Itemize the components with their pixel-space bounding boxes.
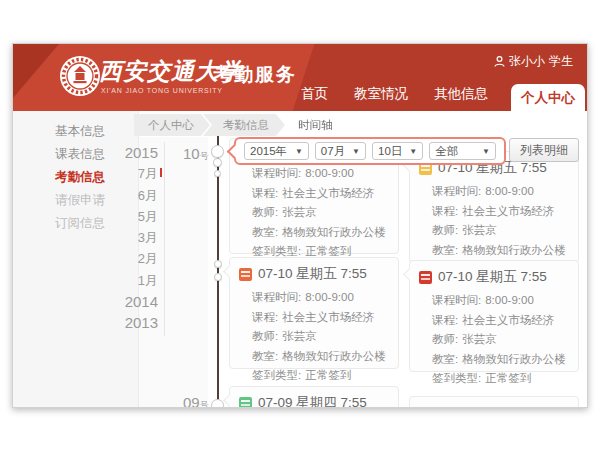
university-logo-icon <box>59 55 101 97</box>
type-select[interactable]: 全部▼ <box>429 142 496 160</box>
attendance-card[interactable]: 07-10 星期五 7:55 课程时间:8:00-9:00 课程:社会主义市场经… <box>229 257 399 369</box>
card-field: 教室:格物致知行政办公楼 <box>252 223 392 243</box>
timeline-node[interactable] <box>213 158 222 167</box>
card-field: 课程时间:8:00-9:00 <box>432 182 572 202</box>
nav-classrooms[interactable]: 教室情况 <box>341 85 421 103</box>
card-field: 课程时间:8:00-9:00 <box>252 164 392 184</box>
breadcrumb-personal-center[interactable]: 个人中心 <box>134 114 210 136</box>
attendance-card[interactable] <box>409 396 579 408</box>
card-field: 课程时间:8:00-9:00 <box>252 288 392 308</box>
card-field: 教室:格物致知行政办公楼 <box>432 241 572 261</box>
axis-month-jul[interactable]: 7月 <box>108 163 158 184</box>
filter-bubble: 2015年▼ 07月▼ 10日▼ 全部▼ <box>234 137 506 165</box>
attendance-card[interactable]: 07-10 星期五 7:55 课程时间:8:00-9:00 课程:社会主义市场经… <box>409 260 579 372</box>
timeline-node[interactable] <box>211 399 224 408</box>
card-date: 07-09 星期四 7:55 <box>258 394 367 408</box>
chevron-down-icon: ▼ <box>352 147 360 156</box>
card-field: 课程:社会主义市场经济 <box>252 308 392 328</box>
user-role: 学生 <box>549 53 573 70</box>
card-field: 教室:格物致知行政办公楼 <box>252 347 392 367</box>
chevron-down-icon: ▼ <box>295 147 303 156</box>
card-field: 教室:格物致知行政办公楼 <box>432 350 572 370</box>
card-field: 教师:张芸京 <box>252 203 392 223</box>
main-nav: 首页 教室情况 其他信息 个人中心 <box>288 84 585 111</box>
user-info[interactable]: 张小小 学生 <box>494 53 573 70</box>
breadcrumb-timeline-active[interactable]: 时间轴 <box>278 114 349 136</box>
nav-personal-center-active[interactable]: 个人中心 <box>511 84 585 111</box>
app-window: 西安交通大学 XI'AN JIAO TONG UNIVERSITY 考勤服务 张… <box>12 43 588 408</box>
axis-year-2013[interactable]: 2013 <box>108 312 158 333</box>
card-field: 课程时间:8:00-9:00 <box>432 291 572 311</box>
card-field: 教师:张芸京 <box>432 330 572 350</box>
user-name: 张小小 <box>509 53 545 70</box>
month-select[interactable]: 07月▼ <box>315 142 366 160</box>
card-field: 教师:张芸京 <box>432 221 572 241</box>
chevron-down-icon: ▼ <box>482 147 490 156</box>
list-detail-button[interactable]: 列表明细 <box>509 138 579 162</box>
person-icon <box>494 56 505 67</box>
card-field: 教师:张芸京 <box>252 327 392 347</box>
service-title: 考勤服务 <box>213 62 297 88</box>
card-field: 签到类型:正常签到 <box>252 366 392 386</box>
axis-month-may[interactable]: 5月 <box>108 206 158 227</box>
day-marker-10: 10号 <box>183 145 209 163</box>
axis-month-jan[interactable]: 1月 <box>108 270 158 291</box>
calendar-icon <box>239 268 252 281</box>
timeline-node[interactable] <box>211 145 224 158</box>
timeline-node[interactable] <box>214 273 222 281</box>
day-select[interactable]: 10日▼ <box>372 142 423 160</box>
axis-month-mar[interactable]: 3月 <box>108 227 158 248</box>
axis-month-feb[interactable]: 2月 <box>108 248 158 269</box>
card-field: 签到类型:正常签到 <box>432 369 572 389</box>
attendance-card[interactable]: 07-09 星期四 7:55 <box>229 386 399 408</box>
axis-year-2015[interactable]: 2015 <box>108 142 158 163</box>
nav-home[interactable]: 首页 <box>288 85 341 103</box>
header-corner-band <box>13 44 59 98</box>
axis-separator <box>164 142 165 336</box>
card-date: 07-10 星期五 7:55 <box>438 268 547 286</box>
axis-month-jun[interactable]: 6月 <box>108 185 158 206</box>
attendance-card[interactable]: 07-10 星期五 7:55 课程时间:8:00-9:00 课程:社会主义市场经… <box>409 151 579 263</box>
card-field: 课程:社会主义市场经济 <box>432 311 572 331</box>
calendar-icon <box>419 271 432 284</box>
year-select[interactable]: 2015年▼ <box>244 142 309 160</box>
card-date: 07-10 星期五 7:55 <box>258 265 367 283</box>
page-canvas: 西安交通大学 XI'AN JIAO TONG UNIVERSITY 考勤服务 张… <box>0 0 600 450</box>
current-month-marker <box>160 168 162 177</box>
timeline-axis: 2015 7月 6月 5月 3月 2月 1月 2014 2013 <box>108 142 158 334</box>
timeline-node[interactable] <box>214 170 221 177</box>
university-name-en: XI'AN JIAO TONG UNIVERSITY <box>101 87 223 94</box>
breadcrumb: 个人中心 考勤信息 时间轴 <box>141 114 349 136</box>
card-field: 课程:社会主义市场经济 <box>252 184 392 204</box>
app-header: 西安交通大学 XI'AN JIAO TONG UNIVERSITY 考勤服务 张… <box>13 44 588 111</box>
sidebar-item-basic-info[interactable]: 基本信息 <box>13 120 138 143</box>
calendar-icon <box>239 397 252 409</box>
axis-year-2014[interactable]: 2014 <box>108 291 158 312</box>
day-marker-09: 09号 <box>183 394 209 408</box>
card-field: 课程:社会主义市场经济 <box>432 202 572 222</box>
timeline-node[interactable] <box>214 260 222 268</box>
nav-other-info[interactable]: 其他信息 <box>421 85 501 103</box>
breadcrumb-attendance-info[interactable]: 考勤信息 <box>203 114 285 136</box>
chevron-down-icon: ▼ <box>409 147 417 156</box>
